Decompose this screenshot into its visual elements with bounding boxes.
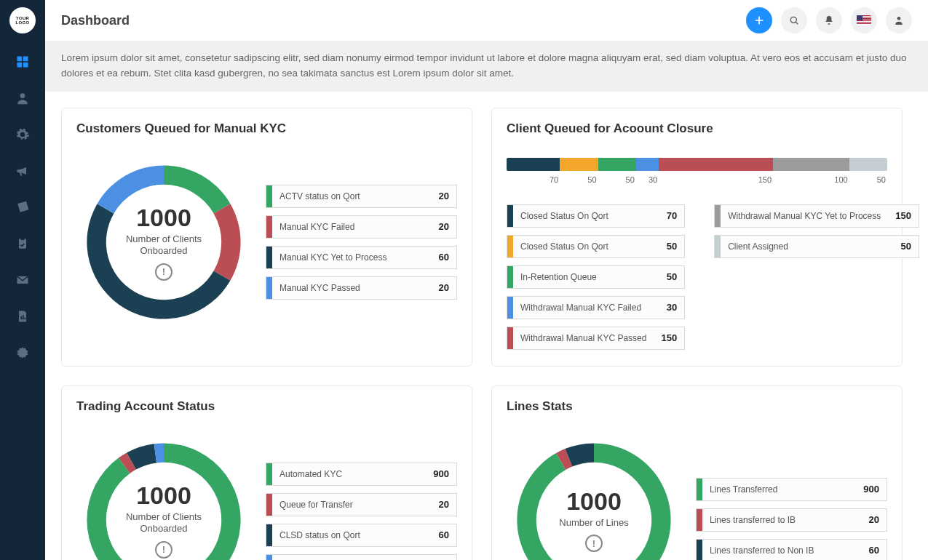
- sidebar: YOURLOGO: [0, 0, 45, 560]
- legend-swatch: [697, 509, 702, 531]
- bar-segment: [849, 158, 887, 171]
- legend-label: Withdrawal Manual KYC Failed: [513, 303, 659, 313]
- legend-label: Manual KYC Yet to Process: [272, 252, 432, 263]
- bar-segment-label: 70: [507, 175, 560, 184]
- legend-row[interactable]: In-Retention Queue50: [507, 265, 685, 289]
- svg-rect-2: [17, 63, 23, 68]
- topbar: Dashboard: [45, 0, 928, 41]
- clipboard-icon[interactable]: [15, 236, 31, 252]
- svg-rect-9: [25, 318, 26, 320]
- closure-legend-right: Withdrawal Manual KYC Yet to Process150C…: [714, 204, 919, 350]
- mail-icon[interactable]: [15, 272, 31, 288]
- card-lines-stats: Lines Stats 1000 Number of Lines !: [491, 385, 903, 560]
- legend-value: 150: [654, 332, 684, 343]
- bar-segment: [598, 158, 636, 171]
- legend-row[interactable]: Withdrawal Manual KYC Yet to Process150: [714, 204, 919, 228]
- legend-row[interactable]: Lines transferred to Non IB60: [696, 539, 887, 560]
- legend-row[interactable]: Client Assigned50: [714, 235, 919, 258]
- kyc-center-label: Number of ClientsOnboarded: [126, 233, 202, 257]
- lines-center-value: 1000: [566, 487, 622, 516]
- report-icon[interactable]: [15, 308, 31, 324]
- legend-value: 20: [432, 499, 456, 510]
- lines-center-label: Number of Lines: [559, 517, 628, 529]
- legend-label: Withdrawal Manual KYC Passed: [513, 333, 654, 343]
- legend-value: 900: [426, 468, 456, 479]
- legend-value: 60: [432, 252, 456, 263]
- profile-button[interactable]: [886, 7, 912, 33]
- legend-value: 50: [659, 241, 684, 252]
- add-button[interactable]: [746, 7, 772, 33]
- megaphone-icon[interactable]: [15, 163, 31, 179]
- svg-rect-0: [17, 57, 23, 62]
- legend-label: Automated KYC: [272, 469, 426, 479]
- legend-label: In-Retention Queue: [513, 272, 659, 282]
- app-logo[interactable]: YOURLOGO: [9, 7, 36, 33]
- legend-row[interactable]: Yet to Process20: [266, 554, 457, 560]
- legend-row[interactable]: Automated KYC900: [266, 463, 457, 486]
- legend-swatch: [697, 540, 702, 560]
- legend-row[interactable]: Closed Status On Qort50: [507, 235, 685, 258]
- svg-point-12: [897, 17, 901, 20]
- legend-row[interactable]: Withdrawal Manual KYC Failed30: [507, 296, 685, 319]
- legend-value: 150: [888, 210, 919, 221]
- user-icon[interactable]: [15, 90, 31, 106]
- legend-value: 50: [659, 271, 684, 282]
- svg-point-4: [20, 93, 25, 98]
- legend-row[interactable]: ACTV status on Qort20: [266, 185, 457, 208]
- legend-label: CLSD status on Qort: [272, 530, 432, 540]
- legend-value: 20: [432, 191, 456, 201]
- legend-row[interactable]: Lines Transferred900: [696, 478, 887, 501]
- bar-segment: [507, 158, 560, 171]
- legend-swatch: [266, 494, 272, 516]
- legend-value: 900: [856, 484, 887, 495]
- legend-swatch: [266, 463, 272, 485]
- bar-segment-label: 150: [659, 175, 773, 184]
- ticket-icon[interactable]: [15, 199, 31, 215]
- legend-label: Closed Status On Qort: [513, 241, 659, 252]
- legend-row[interactable]: Closed Status On Qort70: [507, 204, 685, 228]
- legend-row[interactable]: Manual KYC Failed20: [266, 215, 457, 239]
- legend-value: 60: [862, 545, 887, 556]
- legend-label: Closed Status On Qort: [513, 211, 659, 221]
- legend-row[interactable]: Manual KYC Passed20: [266, 276, 457, 300]
- locale-button[interactable]: [851, 7, 877, 33]
- gear-icon[interactable]: [15, 127, 31, 143]
- notifications-button[interactable]: [816, 7, 842, 33]
- alert-icon: !: [155, 541, 172, 559]
- svg-point-11: [790, 17, 796, 23]
- bar-segment-label: 30: [636, 175, 659, 184]
- bar-segment: [773, 158, 849, 171]
- svg-rect-8: [23, 315, 24, 319]
- trading-legend: Automated KYC900Queue for Transfer20CLSD…: [266, 463, 457, 560]
- bar-segment-label: 50: [849, 175, 887, 184]
- card-title: Client Queued for Acoount Closure: [507, 121, 887, 136]
- legend-value: 20: [862, 514, 887, 525]
- intro-text: Lorem ipsum dolor sit amet, consetetur s…: [45, 41, 928, 92]
- card-trading-status: Trading Account Status 1000 Number of Cl…: [61, 385, 472, 560]
- settings-icon[interactable]: [15, 345, 31, 361]
- legend-row[interactable]: Lines transferred to IB20: [696, 508, 887, 532]
- closure-stacked-bar: [507, 158, 887, 171]
- lines-legend: Lines Transferred900Lines transferred to…: [696, 478, 887, 560]
- legend-swatch: [266, 555, 272, 560]
- legend-label: Lines transferred to IB: [702, 515, 862, 525]
- legend-label: Manual KYC Passed: [272, 283, 432, 293]
- legend-row[interactable]: CLSD status on Qort60: [266, 524, 457, 547]
- legend-swatch: [266, 524, 272, 546]
- legend-row[interactable]: Manual KYC Yet to Process60: [266, 246, 457, 269]
- svg-rect-5: [19, 239, 26, 248]
- legend-row[interactable]: Withdrawal Manual KYC Passed150: [507, 327, 685, 350]
- closure-legend-left: Closed Status On Qort70Closed Status On …: [507, 204, 685, 350]
- dashboard-icon[interactable]: [15, 54, 31, 70]
- legend-value: 70: [659, 210, 684, 221]
- legend-swatch: [507, 297, 513, 319]
- card-title: Trading Account Status: [76, 399, 457, 414]
- search-button[interactable]: [781, 7, 807, 33]
- legend-swatch: [507, 205, 513, 227]
- legend-row[interactable]: Queue for Transfer20: [266, 493, 457, 516]
- bar-segment-label: 50: [560, 175, 598, 184]
- flag-us-icon: [857, 15, 871, 25]
- legend-swatch: [507, 266, 513, 288]
- bar-segment-label: 50: [598, 175, 636, 184]
- legend-value: 60: [432, 529, 456, 540]
